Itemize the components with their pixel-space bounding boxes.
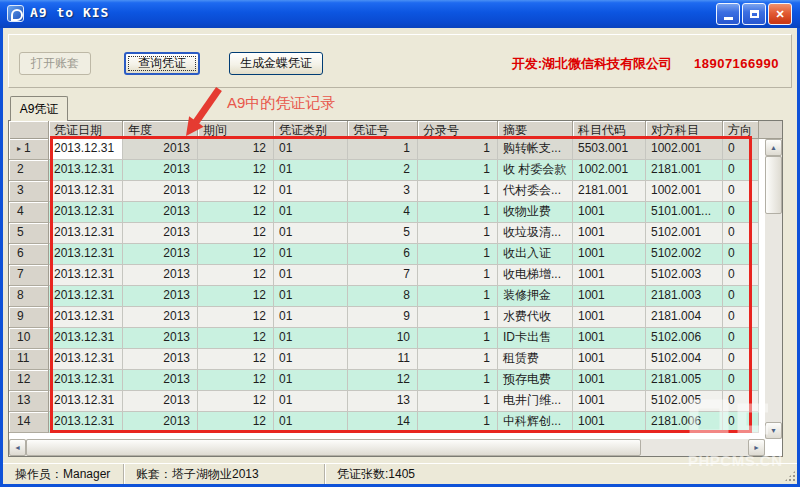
- cell-opp[interactable]: 2181.006: [646, 412, 723, 433]
- cell-year[interactable]: 2013: [123, 412, 198, 433]
- cell-entry[interactable]: 1: [418, 286, 498, 307]
- cell-entry[interactable]: 1: [418, 412, 498, 433]
- cell-acct[interactable]: 1001: [573, 244, 646, 265]
- scroll-up-icon[interactable]: ▲: [765, 139, 782, 156]
- cell-entry[interactable]: 1: [418, 391, 498, 412]
- cell-period[interactable]: 12: [198, 286, 274, 307]
- cell-acct[interactable]: 1001: [573, 223, 646, 244]
- column-header-period[interactable]: 期间: [198, 121, 274, 139]
- cell-period[interactable]: 12: [198, 328, 274, 349]
- cell-entry[interactable]: 1: [418, 139, 498, 160]
- cell-acct[interactable]: 1001: [573, 391, 646, 412]
- cell-year[interactable]: 2013: [123, 307, 198, 328]
- cell-date[interactable]: 2013.12.31: [49, 307, 123, 328]
- cell-date[interactable]: 2013.12.31: [49, 202, 123, 223]
- cell-date[interactable]: 2013.12.31: [49, 370, 123, 391]
- cell-acct[interactable]: 2181.001: [573, 181, 646, 202]
- horizontal-scrollbar[interactable]: ◄ ►: [9, 439, 765, 456]
- cell-entry[interactable]: 1: [418, 244, 498, 265]
- cell-period[interactable]: 12: [198, 139, 274, 160]
- cell-year[interactable]: 2013: [123, 223, 198, 244]
- cell-type[interactable]: 01: [274, 160, 348, 181]
- cell-year[interactable]: 2013: [123, 370, 198, 391]
- cell-year[interactable]: 2013: [123, 286, 198, 307]
- cell-num[interactable]: 7: [9, 265, 49, 286]
- cell-opp[interactable]: 2181.004: [646, 307, 723, 328]
- cell-acct[interactable]: 1001: [573, 370, 646, 391]
- cell-date[interactable]: 2013.12.31: [49, 391, 123, 412]
- cell-dir[interactable]: 0: [723, 160, 759, 181]
- cell-summary[interactable]: 租赁费: [498, 349, 573, 370]
- cell-dir[interactable]: 0: [723, 139, 759, 160]
- cell-period[interactable]: 12: [198, 370, 274, 391]
- cell-num[interactable]: 2: [9, 160, 49, 181]
- cell-vno[interactable]: 3: [348, 181, 418, 202]
- column-header-type[interactable]: 凭证类别: [274, 121, 348, 139]
- cell-entry[interactable]: 1: [418, 265, 498, 286]
- cell-acct[interactable]: 1001: [573, 412, 646, 433]
- cell-num[interactable]: 3: [9, 181, 49, 202]
- cell-dir[interactable]: 0: [723, 202, 759, 223]
- cell-date[interactable]: 2013.12.31: [49, 328, 123, 349]
- table-row[interactable]: 132013.12.3120131201131电井门维...10015102.0…: [9, 391, 759, 412]
- cell-period[interactable]: 12: [198, 181, 274, 202]
- cell-type[interactable]: 01: [274, 139, 348, 160]
- table-row[interactable]: 112013.12.3120131201111租赁费10015102.0040: [9, 349, 759, 370]
- vertical-scrollbar[interactable]: ▲ ▼: [765, 139, 782, 439]
- table-row[interactable]: 42013.12.312013120141收物业费10015101.001...…: [9, 202, 759, 223]
- cell-num[interactable]: 8: [9, 286, 49, 307]
- cell-entry[interactable]: 1: [418, 349, 498, 370]
- cell-date[interactable]: 2013.12.31: [49, 286, 123, 307]
- column-header-entry[interactable]: 分录号: [418, 121, 498, 139]
- cell-year[interactable]: 2013: [123, 160, 198, 181]
- cell-date[interactable]: 2013.12.31: [49, 349, 123, 370]
- cell-opp[interactable]: 5101.001...: [646, 202, 723, 223]
- cell-date[interactable]: 2013.12.31: [49, 160, 123, 181]
- cell-period[interactable]: 12: [198, 202, 274, 223]
- cell-num[interactable]: 13: [9, 391, 49, 412]
- column-header-num[interactable]: [9, 121, 49, 139]
- cell-vno[interactable]: 13: [348, 391, 418, 412]
- cell-num[interactable]: 5: [9, 223, 49, 244]
- column-header-date[interactable]: 凭证日期: [49, 121, 123, 139]
- cell-year[interactable]: 2013: [123, 265, 198, 286]
- column-header-year[interactable]: 年度: [123, 121, 198, 139]
- cell-opp[interactable]: 5102.001: [646, 223, 723, 244]
- cell-period[interactable]: 12: [198, 307, 274, 328]
- cell-year[interactable]: 2013: [123, 349, 198, 370]
- tab-a9-voucher[interactable]: A9凭证: [10, 96, 68, 121]
- table-row[interactable]: 122013.12.3120131201121预存电费10012181.0050: [9, 370, 759, 391]
- cell-acct[interactable]: 1001: [573, 265, 646, 286]
- cell-date[interactable]: 2013.12.31: [49, 265, 123, 286]
- cell-period[interactable]: 12: [198, 244, 274, 265]
- cell-dir[interactable]: 0: [723, 244, 759, 265]
- cell-entry[interactable]: 1: [418, 223, 498, 244]
- table-row[interactable]: 82013.12.312013120181装修押金10012181.0030: [9, 286, 759, 307]
- table-row[interactable]: 72013.12.312013120171收电梯增...10015102.003…: [9, 265, 759, 286]
- cell-vno[interactable]: 6: [348, 244, 418, 265]
- cell-year[interactable]: 2013: [123, 244, 198, 265]
- cell-period[interactable]: 12: [198, 160, 274, 181]
- cell-vno[interactable]: 14: [348, 412, 418, 433]
- cell-year[interactable]: 2013: [123, 202, 198, 223]
- cell-date[interactable]: 2013.12.31: [49, 139, 123, 160]
- cell-summary[interactable]: 收垃圾清...: [498, 223, 573, 244]
- cell-opp[interactable]: 2181.005: [646, 370, 723, 391]
- vertical-scroll-thumb[interactable]: [765, 156, 782, 214]
- cell-opp[interactable]: 5102.004: [646, 349, 723, 370]
- cell-period[interactable]: 12: [198, 391, 274, 412]
- cell-entry[interactable]: 1: [418, 328, 498, 349]
- cell-entry[interactable]: 1: [418, 307, 498, 328]
- cell-num[interactable]: 14: [9, 412, 49, 433]
- table-row[interactable]: 32013.12.312013120131代村委会...2181.0011002…: [9, 181, 759, 202]
- cell-type[interactable]: 01: [274, 412, 348, 433]
- cell-summary[interactable]: 装修押金: [498, 286, 573, 307]
- cell-acct[interactable]: 1001: [573, 328, 646, 349]
- cell-summary[interactable]: 收出入证: [498, 244, 573, 265]
- cell-vno[interactable]: 10: [348, 328, 418, 349]
- table-row[interactable]: 52013.12.312013120151收垃圾清...10015102.001…: [9, 223, 759, 244]
- cell-year[interactable]: 2013: [123, 181, 198, 202]
- cell-dir[interactable]: 0: [723, 370, 759, 391]
- cell-period[interactable]: 12: [198, 265, 274, 286]
- cell-date[interactable]: 2013.12.31: [49, 244, 123, 265]
